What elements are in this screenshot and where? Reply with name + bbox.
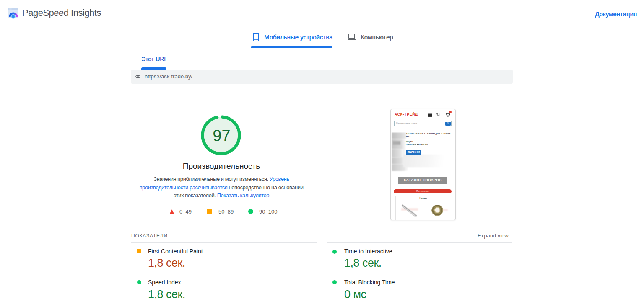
svg-text:97: 97 xyxy=(213,127,230,144)
